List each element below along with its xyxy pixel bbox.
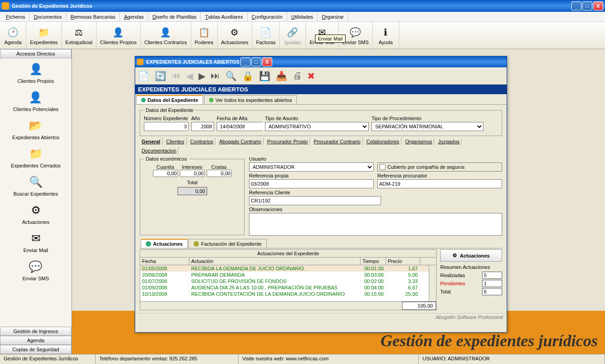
toolbar-ayuda[interactable]: ℹAyuda	[373, 22, 399, 49]
lock-icon[interactable]: 🔒	[242, 71, 254, 81]
facturas-icon: 📄	[259, 26, 272, 39]
child-footer: Abogafin Software Profesional	[135, 313, 507, 321]
subtabs: GeneralClientesContrariosAbogado Contrar…	[140, 138, 502, 154]
toolbar-clientes-contrarios[interactable]: 👤Clientes Contrarios	[141, 22, 191, 49]
subtab-organismos[interactable]: Organismos	[403, 138, 434, 145]
print-icon[interactable]: 🖨	[293, 71, 302, 81]
sidebar-footer-gestión-de-ingresos[interactable]: Gestión de Ingresos	[0, 327, 71, 336]
search-icon[interactable]: 🔍	[225, 71, 237, 81]
next-icon[interactable]: ▶	[198, 71, 205, 81]
tipo-procedimiento-select[interactable]: SEPARACIÓN MATRIMONIAL	[371, 122, 483, 131]
tab-facturacion[interactable]: Facturación del Expediente	[188, 239, 266, 248]
intereses-input[interactable]	[180, 170, 205, 177]
save-icon[interactable]: 💾	[259, 71, 270, 81]
scrollbar[interactable]	[429, 265, 436, 301]
subtab-clientes[interactable]: Clientes	[164, 138, 187, 145]
subtab-juzgados[interactable]: Juzgados	[436, 138, 462, 145]
seguros-checkbox[interactable]: Cubierto por compañía de seguros	[377, 162, 502, 172]
table-row[interactable]: 10/10/2008RECIBIDA CONTESTACIÓN DE LA DE…	[140, 291, 436, 297]
expedientes-icon: 📁	[37, 26, 50, 39]
sidebar-footer-agenda[interactable]: Agenda	[0, 336, 71, 345]
sidebar-item-clientes-potenciales[interactable]: 👤Clientes Potenciales	[13, 90, 59, 112]
toolbar-agenda[interactable]: 🕐Agenda	[0, 22, 26, 49]
menu-ficheros[interactable]: Ficheros	[2, 12, 30, 21]
child-maximize-button[interactable]: □	[251, 57, 261, 66]
clientes-potenciales-icon: 👤	[28, 90, 43, 105]
usuario-select[interactable]: ADMINISTRADOR	[249, 162, 374, 172]
total-act-display	[482, 288, 502, 295]
actuaciones-button[interactable]: ⚙Actuaciones	[440, 249, 502, 262]
fecha-alta-input[interactable]: 15	[217, 122, 262, 131]
subtab-contrarios[interactable]: Contrarios	[188, 138, 216, 145]
export-icon[interactable]: 📥	[276, 71, 287, 81]
tab-ver-todos[interactable]: Ver todos los expedientes abiertos	[204, 95, 297, 104]
ref-procurador-input[interactable]	[377, 179, 502, 188]
section-header: EXPEDIENTES JUDICIALES ABIERTOS	[135, 85, 507, 94]
tab-datos[interactable]: Datos del Expediente	[136, 95, 203, 104]
tipo-asunto-select[interactable]: ADMINISTRATIVO	[265, 122, 369, 131]
first-icon[interactable]: ⏮	[172, 71, 181, 81]
child-minimize-button[interactable]: _	[240, 57, 250, 66]
ref-cliente-input[interactable]	[249, 196, 381, 205]
sidebar-item-actuaciones[interactable]: ⚙Actuaciones	[22, 203, 50, 225]
toolbar-expedientes[interactable]: 📁Expedientes	[26, 22, 62, 49]
pendientes-display	[482, 280, 502, 287]
new-icon[interactable]: 📄	[138, 71, 149, 81]
menu-configuración[interactable]: Configuración	[248, 12, 287, 21]
cuantia-input[interactable]	[153, 170, 178, 177]
sidebar-item-expedientes-cerrados[interactable]: 📁Expedientes Cerrados	[11, 147, 61, 168]
child-titlebar: EXPEDIENTES JUDICIALES ABIERTOS _ □ X	[135, 56, 507, 67]
menu-utilidades[interactable]: Utilidades	[287, 12, 318, 21]
table-row[interactable]: 20/06/2008PREPARAR DEMANDA00:03:005,00	[140, 272, 436, 278]
toolbar-actuaciones[interactable]: ⚙Actuaciones	[218, 22, 253, 49]
child-close-button[interactable]: X	[262, 57, 272, 66]
sidebar-item-enviar-sms[interactable]: 💬Enviar SMS	[22, 259, 49, 281]
minimize-button[interactable]: _	[571, 1, 581, 10]
costas-input[interactable]	[207, 170, 232, 177]
status-4: USUARIO: ADMINISTRADOR	[419, 354, 605, 364]
menu-documentos[interactable]: Documentos	[30, 12, 66, 21]
delete-icon[interactable]: ✖	[307, 71, 315, 81]
subtab-procurador-contrario[interactable]: Procurador Contrario	[312, 138, 363, 145]
last-icon[interactable]: ⏭	[211, 71, 220, 81]
table-row[interactable]: 01/09/2008AUDIENCIA DÍA 25 A LAS 10:00 ,…	[140, 284, 436, 291]
sidebar-footer-copias-de-seguridad[interactable]: Copias de Seguridad	[0, 345, 71, 354]
menu-diseño-de-plantillas[interactable]: Diseño de Plantillas	[148, 12, 201, 21]
menu-organizar[interactable]: Organizar	[318, 12, 348, 21]
subtab-abogado-contrario[interactable]: Abogado Contrario	[217, 138, 263, 145]
ayuda-icon: ℹ	[379, 26, 392, 39]
maximize-button[interactable]: □	[582, 1, 592, 10]
toolbar-igualas[interactable]: 🔗Igualas	[280, 22, 306, 49]
expedientes-abiertos-icon: 📂	[28, 118, 43, 133]
close-button[interactable]: X	[593, 1, 603, 10]
subtab-colaboradores[interactable]: Colaboradores	[365, 138, 402, 145]
menu-remesas-bancarias[interactable]: Remesas Bancarias	[66, 12, 120, 21]
toolbar-clientes-propios[interactable]: 👤Clientes Propios	[97, 22, 141, 49]
subtab-procurador-propio[interactable]: Procurador Propio	[265, 138, 310, 145]
numero-expediente-input[interactable]	[144, 122, 188, 131]
toolbar-poderes[interactable]: 📋Poderes	[191, 22, 218, 49]
enviar-mail-icon: ✉	[29, 231, 43, 246]
tab-actuaciones[interactable]: Actuaciones	[141, 239, 188, 248]
toolbar-facturas[interactable]: 📄Facturas	[252, 22, 280, 49]
table-row[interactable]: 01/05/2008RECIBIDA LA DEMANDA DE JUICIO …	[140, 265, 436, 272]
sidebar-item-clientes-propios[interactable]: 👤Clientes Propios	[17, 62, 54, 84]
table-row[interactable]: 01/07/2008SOLICITUD DE PROVISIÓN DE FOND…	[140, 278, 436, 284]
sidebar-item-buscar-expedientes[interactable]: 🔍Buscar Expedientes	[14, 175, 58, 197]
menu-tablas-auxiliares[interactable]: Tablas Auxiliares	[201, 12, 247, 21]
ano-input[interactable]	[191, 122, 214, 131]
observaciones-textarea[interactable]	[249, 213, 502, 236]
subtab-documentacion[interactable]: Documentacion	[140, 147, 178, 154]
sidebar-item-expedientes-abiertos[interactable]: 📂Expedientes Abiertos	[12, 118, 59, 140]
refresh-icon[interactable]: 🔄	[155, 71, 166, 81]
ref-propia-input[interactable]	[249, 179, 374, 188]
subtab-general[interactable]: General	[140, 138, 163, 145]
gear-icon: ⚙	[452, 253, 457, 258]
sidebar-item-enviar-mail[interactable]: ✉Enviar Mail	[23, 231, 48, 253]
prev-icon[interactable]: ◀	[186, 71, 193, 81]
toolbar-enviar-mail[interactable]: ✉Enviar MailEnviar Mail	[306, 22, 338, 49]
toolbar-extrajudicial[interactable]: ⚖Extrajudicial	[62, 22, 97, 49]
buscar-expedientes-icon: 🔍	[29, 175, 43, 189]
poderes-icon: 📋	[198, 26, 210, 39]
menu-agendas[interactable]: Agendas	[120, 12, 148, 21]
